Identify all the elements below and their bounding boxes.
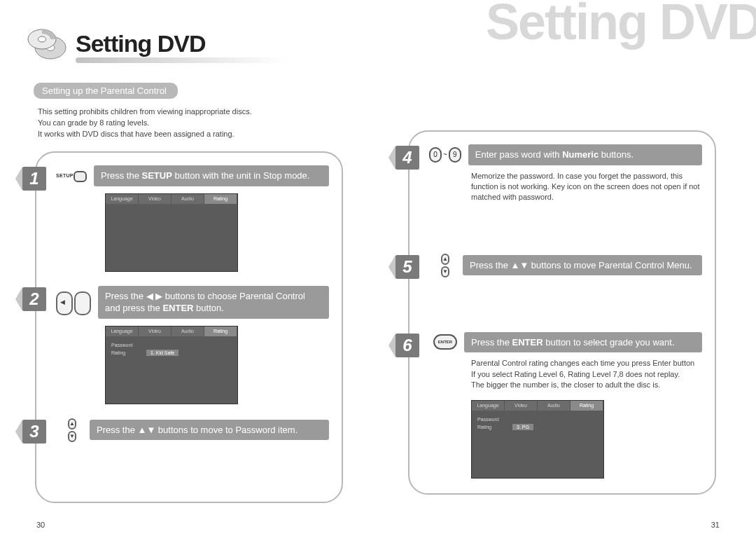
step-2: 2 ◀ ▶ Press the ◀ ▶ buttons to choose Pa… [49,286,329,404]
section-subtitle: Setting up the Parental Control [34,83,178,99]
step-number: 1 [22,167,46,191]
tab-active: Rating [570,401,603,411]
intro-line: This setting prohibits children from vie… [38,106,252,118]
step-instruction: Press the SETUP button with the unit in … [94,165,329,186]
text: button with the unit in Stop mode. [172,170,310,181]
setup-button-icon: SETUP [56,170,87,182]
tab-active: Rating [204,327,237,336]
step-1: 1 SETUP Press the SETUP button with the … [49,165,329,272]
key-9-icon: 9 [449,147,461,163]
numeric-keys-icon: 0 ~ 9 [429,147,461,163]
text: button. [193,303,223,313]
step-note: Parental Control rating changes each tim… [471,358,702,390]
text: Press the [101,170,142,181]
step-6: 6 ENTER Press the ENTER button to select… [422,332,702,479]
svg-point-3 [38,36,46,42]
tab: Video [139,327,172,336]
label: Password [477,417,512,422]
step-4: 4 0 ~ 9 Enter pass word with Numeric but… [422,144,702,203]
intro-paragraph: This setting prohibits children from vie… [38,106,252,140]
step-3: 3 ▲ ▼ Press the ▲▼ buttons to move to Pa… [49,418,329,446]
label: Password [111,343,146,348]
left-right-pad-icon: ◀ ▶ [56,291,91,312]
page-number-right: 31 [711,521,720,529]
page-number-left: 30 [36,521,45,529]
up-arrow-icon: ▲ [441,254,449,265]
text: Press the [471,337,512,348]
text: Enter pass word with [475,149,562,160]
step-number: 5 [396,255,419,279]
left-arrow-icon: ◀ [60,298,65,305]
page-header: Setting DVD [27,27,205,60]
tv-screenshot: Language Video Audio Rating Password Rat… [471,400,604,479]
intro-line: You can grade by 8 rating levels. [38,118,252,129]
tilde: ~ [443,151,447,158]
step-instruction: Press the ENTER button to select grade y… [464,332,702,353]
text-bold: Numeric [562,149,598,160]
right-arrow-icon: ▶ [83,298,88,305]
label: Rating [111,350,146,355]
tab: Language [472,401,505,411]
value: 3. PG [512,424,533,430]
tab: Video [505,401,538,411]
down-arrow-icon: ▼ [441,266,449,277]
background-watermark-title: Setting DVD [486,0,756,50]
tab: Audio [172,194,204,204]
step-instruction: Enter pass word with Numeric buttons. [468,144,702,165]
step-instruction: Press the ▲▼ buttons to move to Password… [90,420,329,441]
steps-column-right: 4 0 ~ 9 Enter pass word with Numeric but… [408,130,716,495]
text: buttons. [598,149,634,160]
text-bold: ENTER [512,337,543,348]
disc-icon [27,27,69,60]
step-instruction: Press the ◀ ▶ buttons to choose Parental… [98,286,329,319]
steps-column-left: 1 SETUP Press the SETUP button with the … [35,151,343,503]
key-0-icon: 0 [429,147,442,163]
value: 1. Kid Safe [146,350,178,356]
text-bold: ENTER [162,303,193,313]
step-number: 3 [22,420,46,444]
setup-button-shape [74,171,87,182]
step-instruction: Press the ▲▼ buttons to move Parental Co… [463,255,702,276]
label: Rating [477,425,512,430]
setup-button-label: SETUP [56,173,74,178]
tab: Language [106,194,139,204]
enter-button-icon: ENTER [433,334,457,350]
text-bold: SETUP [142,170,172,181]
tv-screenshot: Language Video Audio Rating [105,193,238,272]
step-number: 2 [22,287,46,311]
page-title: Setting DVD [76,30,205,57]
step-number: 6 [396,334,419,357]
text: button to select grade you want. [543,337,675,348]
tv-screenshot: Language Video Audio Rating Password Rat… [105,326,238,404]
step-number: 4 [396,146,419,170]
up-down-pad-icon: ▲ ▼ [62,418,83,442]
step-note: Memorize the password. In case you forge… [471,171,702,203]
down-arrow-icon: ▼ [68,431,76,442]
tab-active: Rating [204,194,237,204]
tab: Language [106,327,139,336]
tab: Audio [538,401,570,411]
up-arrow-icon: ▲ [68,418,76,430]
step-5: 5 ▲ ▼ Press the ▲▼ buttons to move Paren… [422,254,702,282]
intro-line: It works with DVD discs that have been a… [38,129,252,140]
up-down-pad-icon: ▲ ▼ [435,254,456,277]
tab: Video [139,194,172,204]
tab: Audio [172,327,204,336]
